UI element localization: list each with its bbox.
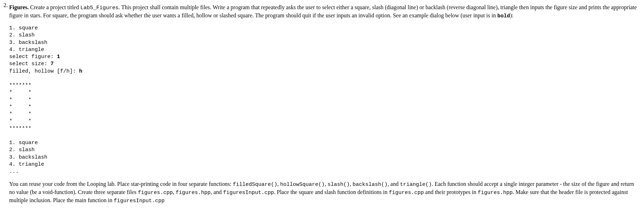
paragraph-intro: Figures. Create a project titled Lab5_Fi… [9,4,640,20]
dialog-line: * * [9,90,31,96]
code-file: figuresInput.cpp [223,190,274,196]
code-file: figures.cpp [389,190,424,196]
dialog-line: 3. backslash [9,40,47,46]
dialog-line: * * [9,97,31,103]
code-fn: triangle() [400,182,432,188]
text: , and [211,189,223,195]
dialog-line: 2. slash [9,147,35,153]
item-body: Figures. Create a project titled Lab5_Fi… [9,1,640,207]
text: , [350,181,353,187]
code-file: figures.hpp [176,190,211,196]
code-file: figures.hpp [478,190,513,196]
code-bold-word: bold [497,13,510,19]
code-fn: filledSquare() [233,182,277,188]
dialog-line: select size: [9,61,51,67]
text: and their prototypes in [424,189,478,195]
example-dialog: 1. square 2. slash 3. backslash 4. trian… [9,25,640,175]
code-file: figuresInput.cpp [114,198,165,204]
text: Create a project titled [29,4,80,10]
user-input: 7 [51,61,54,67]
dialog-line: 4. triangle [9,47,44,53]
text: , and [388,181,400,187]
dialog-line: 4. triangle [9,161,44,167]
dialog-line: * * [9,118,31,124]
code-fn: slash() [327,182,350,188]
code-file: figures.cpp [138,190,173,196]
text: ): [510,12,514,18]
list-item: 2. Figures. Create a project titled Lab5… [4,1,640,207]
dialog-line: * * [9,111,31,117]
user-input: 1 [57,54,60,60]
heading: Figures. [9,4,29,10]
dialog-line: 3. backslash [9,154,47,160]
dialog-line: 1. square [9,140,38,146]
item-number: 2. [4,1,9,9]
dialog-line: * * [9,104,31,110]
text: . Place the square and slash function de… [274,189,389,195]
dialog-line: 2. slash [9,32,35,38]
dialog-line: filled, hollow [f/h]: [9,68,79,74]
text: , [325,181,327,187]
dialog-line: ******* [9,126,31,132]
dialog-line: ******* [9,82,31,89]
dialog-line: ... [9,169,19,175]
paragraph-instructions: You can reuse your code from the Looping… [9,180,640,205]
dialog-line: 1. square [9,25,38,31]
user-input: h [79,68,82,74]
code-fn: hollowSquare() [280,182,325,188]
code-fn: backslash() [353,182,388,188]
text: You can reuse your code from the Looping… [9,181,233,187]
code-project-name: Lab5_Figures [80,5,118,11]
text: , [277,181,280,187]
dialog-line: select figure: [9,54,57,60]
